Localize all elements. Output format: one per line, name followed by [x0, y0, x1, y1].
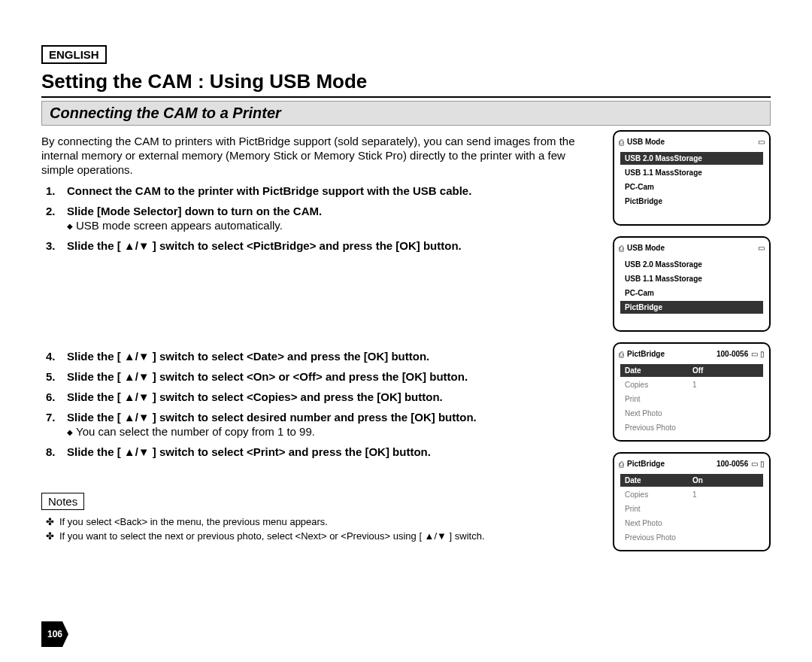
step-6: 6. Slide the [ ▲/▼ ] switch to select <C… — [41, 390, 586, 403]
menu-item: USB 1.1 MassStorage — [620, 272, 763, 285]
screen-body: Date On Copies 1 Print Next Photo — [614, 474, 769, 550]
device-screen-4: 4 PictBridge 100-0056 ▭ ▯ Date Off Co — [613, 342, 771, 442]
battery-icon: ▭ ▯ — [751, 460, 765, 468]
step-2-sub: USB mode screen appears automatically. — [67, 219, 586, 232]
menu-item-print: Print — [620, 393, 763, 405]
note-item: If you select <Back> in the menu, the pr… — [41, 516, 586, 527]
screen-body: USB 2.0 MassStorage USB 1.1 MassStorage … — [614, 258, 769, 330]
screen-column: 2 USB Mode ▭ USB 2.0 MassStorage USB 1.1… — [596, 130, 771, 562]
battery-icon: ▭ ▯ — [751, 350, 765, 358]
step-number: 1. — [46, 184, 56, 197]
page-subtitle: Connecting the CAM to a Printer — [41, 101, 771, 126]
step-number: 8. — [46, 445, 56, 458]
notes-list: If you select <Back> in the menu, the pr… — [41, 516, 586, 542]
battery-icon: ▭ — [758, 138, 765, 146]
menu-item: PC-Cam — [620, 181, 763, 193]
screen-title: USB Mode — [627, 244, 755, 252]
screen-title: PictBridge — [627, 350, 712, 358]
menu-item-date: Date Off — [620, 364, 763, 377]
step-7: 7. Slide the [ ▲/▼ ] switch to select de… — [41, 411, 586, 438]
step-list: 1. Connect the CAM to the printer with P… — [41, 184, 586, 252]
menu-item-prev: Previous Photo — [620, 531, 763, 544]
menu-item: USB 2.0 MassStorage — [620, 258, 763, 271]
notes-heading: Notes — [41, 493, 84, 510]
file-id: 100-0056 — [717, 350, 748, 358]
menu-item: PictBridge — [620, 301, 763, 314]
step-number: 6. — [46, 390, 56, 403]
screen-header: PictBridge 100-0056 ▭ ▯ — [614, 344, 769, 363]
step-5: 5. Slide the [ ▲/▼ ] switch to select <O… — [41, 370, 586, 383]
step-number: 2. — [46, 205, 56, 217]
step-8: 8. Slide the [ ▲/▼ ] switch to select <P… — [41, 445, 586, 458]
menu-item-next: Next Photo — [620, 517, 763, 530]
menu-item-next: Next Photo — [620, 407, 763, 420]
menu-item-date: Date On — [620, 474, 763, 487]
note-item: If you want to select the next or previo… — [41, 530, 586, 542]
intro-text: By connecting the CAM to printers with P… — [41, 135, 586, 177]
language-badge: ENGLISH — [41, 45, 107, 64]
step-number: 3. — [46, 239, 56, 252]
screen-header: USB Mode ▭ — [614, 132, 769, 150]
screen-header: USB Mode ▭ — [614, 238, 769, 257]
manual-page: ENGLISH Setting the CAM : Using USB Mode… — [0, 0, 812, 662]
menu-item: USB 1.1 MassStorage — [620, 166, 763, 179]
step-1: 1. Connect the CAM to the printer with P… — [41, 184, 586, 197]
page-number: 106 — [41, 621, 68, 647]
step-number: 5. — [46, 370, 56, 383]
screen-body: Date Off Copies 1 Print Next Photo — [614, 364, 769, 440]
menu-item-print: Print — [620, 503, 763, 515]
step-2: 2. Slide [Mode Selector] down to turn on… — [41, 205, 586, 232]
battery-icon: ▭ — [758, 244, 765, 252]
step-4: 4. Slide the [ ▲/▼ ] switch to select <D… — [41, 350, 586, 363]
menu-item: PC-Cam — [620, 287, 763, 299]
menu-item-copies: Copies 1 — [620, 488, 763, 501]
printer-icon — [619, 347, 627, 360]
menu-item: USB 2.0 MassStorage — [620, 152, 763, 165]
step-3: 3. Slide the [ ▲/▼ ] switch to select <P… — [41, 239, 586, 252]
usb-icon — [619, 135, 627, 148]
page-title: Setting the CAM : Using USB Mode — [41, 70, 771, 98]
file-id: 100-0056 — [717, 460, 748, 468]
device-screen-2: 2 USB Mode ▭ USB 2.0 MassStorage USB 1.1… — [613, 130, 771, 226]
step-number: 4. — [46, 350, 56, 363]
menu-item-prev: Previous Photo — [620, 421, 763, 434]
printer-icon — [619, 457, 627, 470]
step-number: 7. — [46, 411, 56, 424]
screen-title: USB Mode — [627, 138, 755, 146]
menu-item-copies: Copies 1 — [620, 378, 763, 391]
step-list-cont: 4. Slide the [ ▲/▼ ] switch to select <D… — [41, 350, 586, 458]
page-number-badge: 106 — [41, 621, 68, 647]
screen-header: PictBridge 100-0056 ▭ ▯ — [614, 454, 769, 472]
menu-item: PictBridge — [620, 195, 763, 208]
step-7-sub: You can select the number of copy from 1… — [67, 425, 586, 438]
device-screen-5: 5 PictBridge 100-0056 ▭ ▯ Date On Cop — [613, 452, 771, 551]
instruction-column: By connecting the CAM to printers with P… — [41, 130, 596, 562]
screen-title: PictBridge — [627, 460, 712, 468]
device-screen-3: 3 USB Mode ▭ USB 2.0 MassStorage USB 1.1… — [613, 236, 771, 332]
usb-icon — [619, 241, 627, 254]
screen-body: USB 2.0 MassStorage USB 1.1 MassStorage … — [614, 152, 769, 224]
